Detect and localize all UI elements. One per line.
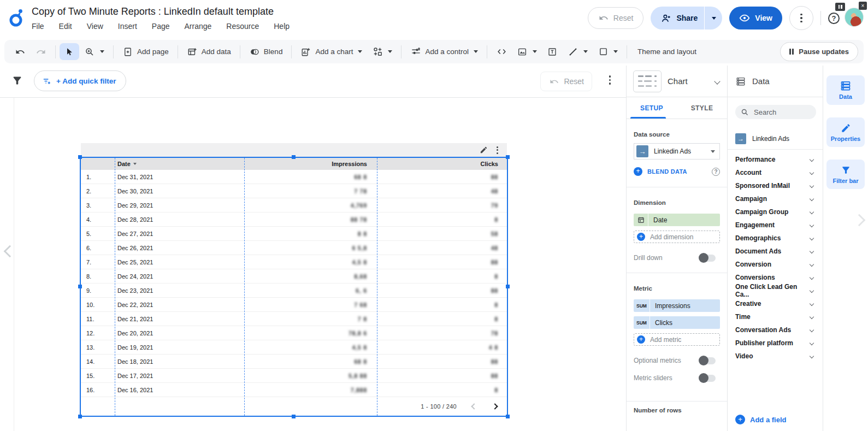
menu-view[interactable]: View bbox=[87, 22, 103, 31]
add-page-button[interactable]: Add page bbox=[117, 43, 174, 61]
share-caret[interactable] bbox=[705, 7, 722, 29]
menu-resource[interactable]: Resource bbox=[226, 22, 259, 31]
zoom-tool-button[interactable] bbox=[79, 43, 109, 61]
add-data-button[interactable]: Add data bbox=[182, 43, 236, 61]
table-pagination: 1 - 100 / 240 bbox=[81, 397, 507, 415]
filter-bar-menu-button[interactable] bbox=[609, 75, 611, 85]
rail-card-filter-bar[interactable]: Filter bar bbox=[826, 160, 865, 189]
data-source-label: Data source bbox=[634, 131, 720, 138]
selection-handle[interactable] bbox=[78, 415, 82, 418]
filter-reset-button[interactable]: Reset bbox=[540, 72, 592, 91]
blend-data-button[interactable]: BLEND DATA bbox=[647, 168, 687, 175]
select-tool-button[interactable] bbox=[60, 43, 79, 60]
selection-handle[interactable] bbox=[292, 415, 296, 418]
field-group-document-ads[interactable]: Document Ads bbox=[728, 245, 823, 258]
field-group-sponsored-inmail[interactable]: Sponsored InMail bbox=[728, 179, 823, 192]
chart-panel-header[interactable]: Chart bbox=[627, 66, 727, 97]
field-group-conversation-ads[interactable]: Conversation Ads bbox=[728, 323, 823, 336]
help-icon[interactable]: ? bbox=[712, 168, 720, 176]
avatar[interactable] bbox=[845, 8, 864, 27]
field-group-demographics[interactable]: Demographics bbox=[728, 232, 823, 245]
add-quick-filter-button[interactable]: + Add quick filter bbox=[34, 70, 126, 91]
column-guide bbox=[244, 158, 245, 416]
field-group-conversion[interactable]: Conversion bbox=[728, 258, 823, 271]
looker-studio-logo[interactable] bbox=[8, 8, 26, 28]
plus-circle-icon[interactable]: + bbox=[634, 167, 642, 176]
blend-button[interactable]: Blend bbox=[244, 43, 288, 61]
filter-funnel-icon[interactable] bbox=[11, 75, 23, 86]
view-button[interactable]: View bbox=[729, 7, 782, 29]
add-control-button[interactable]: Add a control bbox=[405, 43, 483, 61]
field-search-input[interactable]: Search bbox=[735, 105, 816, 119]
field-group-publisher-platform[interactable]: Publisher platform bbox=[728, 336, 823, 350]
data-source-selector[interactable]: → Linkedin Ads bbox=[634, 143, 720, 160]
column-header-impressions[interactable]: Impressions bbox=[244, 161, 377, 167]
field-group-one-click-lead-gen-ca-[interactable]: One Click Lead Gen Ca... bbox=[728, 284, 823, 297]
column-header-date[interactable]: Date bbox=[115, 161, 244, 167]
share-button[interactable]: Share bbox=[651, 7, 722, 29]
field-group-engagement[interactable]: Engagement bbox=[728, 219, 823, 232]
pause-updates-button[interactable]: Pause updates bbox=[780, 42, 858, 61]
more-options-button[interactable] bbox=[789, 6, 813, 30]
selection-handle[interactable] bbox=[506, 285, 510, 288]
insert-line-button[interactable] bbox=[563, 43, 593, 61]
rail-card-data[interactable]: Data bbox=[826, 75, 865, 105]
report-title[interactable]: Copy of Two Minute Reports : LinkedIn de… bbox=[32, 6, 290, 17]
insert-text-button[interactable] bbox=[542, 43, 563, 61]
metric-sliders-toggle[interactable] bbox=[700, 375, 716, 382]
add-dimension-button[interactable]: + Add dimension bbox=[634, 231, 720, 243]
rail-card-properties[interactable]: Properties bbox=[826, 117, 865, 147]
field-group-performance[interactable]: Performance bbox=[728, 153, 823, 166]
menu-page[interactable]: Page bbox=[152, 22, 170, 31]
field-group-conversions[interactable]: Conversions bbox=[728, 271, 823, 284]
field-group-campaign-group[interactable]: Campaign Group bbox=[728, 205, 823, 219]
next-page-chevron-icon[interactable] bbox=[853, 214, 866, 227]
chart-menu-icon[interactable] bbox=[497, 146, 498, 154]
field-group-video[interactable]: Video bbox=[728, 350, 823, 363]
undo-button[interactable] bbox=[10, 43, 31, 61]
chevron-down-icon[interactable] bbox=[714, 78, 720, 84]
menu-file[interactable]: File bbox=[32, 22, 44, 31]
menu-arrange[interactable]: Arrange bbox=[185, 22, 212, 31]
report-canvas[interactable]: Date Impressions Clicks 1. Dec 31, 2021 … bbox=[0, 98, 626, 431]
tab-style[interactable]: STYLE bbox=[677, 97, 727, 119]
redo-button[interactable] bbox=[31, 43, 51, 61]
add-metric-button[interactable]: + Add metric bbox=[634, 333, 720, 346]
insert-shape-button[interactable] bbox=[593, 43, 623, 61]
close-overlay-icon[interactable]: × bbox=[859, 2, 867, 10]
pagination-next-icon[interactable] bbox=[492, 403, 498, 409]
add-field-button[interactable]: Add a field bbox=[750, 416, 786, 424]
column-header-clicks[interactable]: Clicks bbox=[377, 161, 507, 167]
selection-handle[interactable] bbox=[292, 155, 296, 159]
tab-setup[interactable]: SETUP bbox=[627, 97, 677, 119]
pause-overlay-icon[interactable] bbox=[835, 3, 845, 11]
selection-handle[interactable] bbox=[506, 155, 510, 159]
add-chart-button[interactable]: Add a chart bbox=[296, 43, 367, 61]
field-group-creative[interactable]: Creative bbox=[728, 297, 823, 310]
table-chart[interactable]: Date Impressions Clicks 1. Dec 31, 2021 … bbox=[81, 158, 507, 416]
metric-chip-clicks[interactable]: SUM Clicks bbox=[634, 316, 720, 329]
community-visualizations-button[interactable] bbox=[367, 43, 397, 61]
drill-down-toggle[interactable] bbox=[700, 255, 716, 262]
field-group-account[interactable]: Account bbox=[728, 166, 823, 179]
reset-button[interactable]: Reset bbox=[588, 7, 644, 29]
plus-circle-icon[interactable]: + bbox=[735, 415, 745, 424]
field-group-campaign[interactable]: Campaign bbox=[728, 192, 823, 205]
embed-url-button[interactable] bbox=[491, 43, 512, 61]
help-button[interactable]: ? bbox=[828, 13, 840, 24]
field-group-time[interactable]: Time bbox=[728, 310, 823, 323]
selection-handle[interactable] bbox=[78, 285, 82, 288]
selection-handle[interactable] bbox=[78, 155, 82, 159]
theme-layout-button[interactable]: Theme and layout bbox=[631, 43, 703, 61]
insert-image-button[interactable] bbox=[512, 43, 542, 61]
menu-edit[interactable]: Edit bbox=[59, 22, 72, 31]
menu-help[interactable]: Help bbox=[274, 22, 290, 31]
metric-chip-impressions[interactable]: SUM Impressions bbox=[634, 299, 720, 312]
selection-handle[interactable] bbox=[506, 415, 510, 418]
optional-metrics-toggle[interactable] bbox=[700, 357, 716, 364]
menu-insert[interactable]: Insert bbox=[118, 22, 137, 31]
chart-edit-pencil-icon[interactable] bbox=[480, 146, 488, 154]
pagination-prev-icon[interactable] bbox=[471, 403, 477, 409]
dimension-chip-date[interactable]: Date bbox=[634, 214, 720, 226]
blend-icon bbox=[249, 46, 260, 57]
